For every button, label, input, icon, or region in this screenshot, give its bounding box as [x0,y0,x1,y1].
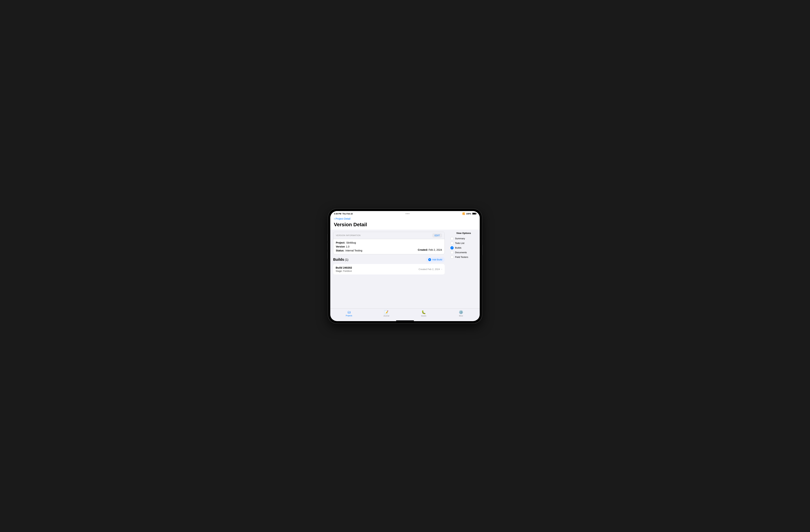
view-option-summary-label: Summary [455,237,465,240]
tab-journal-label: Journal [383,315,389,317]
build-meta: Created Feb 2, 2024 › [419,268,442,271]
builds-title-group: Builds (1) [333,258,349,262]
status-field: Status: Internal Testing [336,249,362,252]
more-icon: ⚙️ [459,310,463,315]
status-label: Status: [336,249,344,252]
dot1 [406,213,406,214]
build-info: Build 240202 Stage: Fieldtest [336,266,352,272]
tab-issues[interactable]: 🐛 Issues [418,310,430,317]
page-title: Version Detail [334,222,476,227]
status-left: 3:38 PM Thu Feb 22 [334,213,353,215]
tab-journal[interactable]: 📝 Journal [380,310,393,317]
view-option-fieldtesters-label: Field Testers [455,256,468,258]
battery-percent: 100% [466,213,471,215]
screen: 3:38 PM Thu Feb 22 📶 100% ‹ Project Deta… [330,211,480,321]
build-name: Build 240202 [336,266,352,269]
volume-down-button [327,243,328,250]
view-options-title: View Options [450,232,477,235]
build-item[interactable]: Build 240202 Stage: Fieldtest Created Fe… [333,264,445,274]
version-info-card: VERSION INFORMATION EDIT Project: Stinkb… [333,232,445,254]
time: 3:38 PM [334,213,341,215]
version-label: Version [336,245,345,248]
tab-bar: 🗂 Projects 📝 Journal 🐛 Issues ⚙️ More [330,308,480,320]
add-icon: + [428,258,431,261]
version-value: 1.0 [346,245,350,248]
radio-builds[interactable]: ✓ [450,246,454,249]
tab-more-label: More [459,315,463,317]
view-option-summary[interactable]: Summary [450,236,477,241]
view-option-documents[interactable]: Documents [450,250,477,255]
content-area: VERSION INFORMATION EDIT Project: Stinkb… [330,230,480,308]
projects-icon: 🗂 [347,310,351,314]
created-label: Created: [418,248,428,251]
back-button[interactable]: ‹ Project Detail [334,217,351,220]
tab-projects-label: Projects [346,315,352,317]
date: Thu Feb 22 [342,213,353,215]
home-indicator [396,320,414,321]
issues-icon: 🐛 [421,310,426,315]
status-center [406,213,409,214]
view-option-fieldtesters[interactable]: Field Testers [450,255,477,259]
tab-more[interactable]: ⚙️ More [455,310,467,317]
project-label: Project: [336,241,345,244]
main-panel: VERSION INFORMATION EDIT Project: Stinkb… [330,230,448,308]
volume-up-button [327,234,328,241]
build-created: Created Feb 2, 2024 [419,268,440,271]
dot3 [409,213,409,214]
version-field: Version 1.0 [336,245,362,248]
chevron-right-icon: › [441,268,442,271]
page-header: Version Detail [330,221,480,230]
back-label: Project Detail [336,217,350,220]
check-icon: ✓ [451,247,453,249]
build-list: Build 240202 Stage: Fieldtest Created Fe… [333,264,445,274]
dot2 [407,213,408,214]
view-option-builds-label: Builds [455,246,461,249]
version-card-title: VERSION INFORMATION [336,234,360,237]
wifi-icon: 📶 [463,212,465,215]
build-stage-label: Stage: [336,270,342,272]
radio-documents[interactable] [450,251,454,254]
power-button [482,245,483,255]
nav-bar: ‹ Project Detail [330,216,480,221]
status-bar: 3:38 PM Thu Feb 22 📶 100% [330,211,480,216]
add-build-label: Add Build [432,258,442,261]
project-value: Stinkbug [346,241,356,244]
journal-icon: 📝 [384,310,389,315]
view-option-todolist-label: Todo List [455,242,464,244]
mute-button [327,252,328,259]
battery-fill [473,213,476,214]
radio-fieldtesters[interactable] [450,256,454,259]
build-stage: Stage: Fieldtest [336,270,352,272]
version-card-body: Project: Stinkbug Version 1.0 Status: In… [333,239,444,254]
tab-issues-label: Issues [421,315,426,317]
status-value: Internal Testing [345,249,362,252]
edit-button[interactable]: EDIT [432,233,442,238]
version-fields: Project: Stinkbug Version 1.0 Status: In… [336,241,362,252]
right-sidebar: View Options Summary Todo List ✓ Builds [448,230,480,308]
created-info: Created: Feb 2, 2024 [418,248,442,252]
view-option-documents-label: Documents [455,251,467,254]
device: 3:38 PM Thu Feb 22 📶 100% ‹ Project Deta… [328,209,482,323]
view-option-builds[interactable]: ✓ Builds [450,245,477,250]
back-chevron-icon: ‹ [334,217,335,220]
build-stage-value: Fieldtest [343,270,352,272]
add-build-button[interactable]: + Add Build [426,257,445,262]
radio-todolist[interactable] [450,242,454,245]
battery-icon [472,213,476,215]
tab-projects[interactable]: 🗂 Projects [343,310,355,317]
builds-count: (1) [345,258,349,261]
view-option-todolist[interactable]: Todo List [450,241,477,245]
created-value: Feb 2, 2024 [428,248,442,251]
builds-title: Builds [333,258,344,261]
version-card-header: VERSION INFORMATION EDIT [333,232,444,239]
status-right: 📶 100% [463,212,476,215]
builds-section-header: Builds (1) + Add Build [333,257,445,262]
project-field: Project: Stinkbug [336,241,362,244]
radio-summary[interactable] [450,237,454,240]
